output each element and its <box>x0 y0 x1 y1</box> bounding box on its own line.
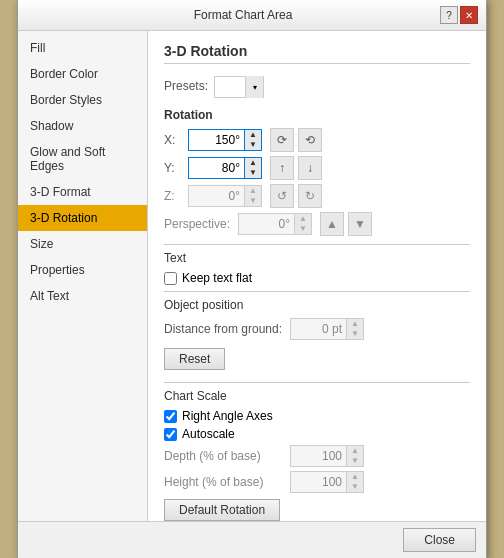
autoscale-label: Autoscale <box>182 427 235 441</box>
y-input[interactable] <box>189 159 244 177</box>
sidebar-item-border-color[interactable]: Border Color <box>18 61 147 87</box>
right-angle-label: Right Angle Axes <box>182 409 273 423</box>
sidebar-item-shadow[interactable]: Shadow <box>18 113 147 139</box>
depth-spinner-btns: ▲ ▼ <box>346 446 363 466</box>
close-title-button[interactable]: ✕ <box>460 6 478 24</box>
dialog-footer: Close <box>18 521 486 558</box>
x-input[interactable] <box>189 131 244 149</box>
perspective-down-btn: ▼ <box>295 224 311 234</box>
height-spinner-btns: ▲ ▼ <box>346 472 363 492</box>
z-spinner: ▲ ▼ <box>188 185 262 207</box>
help-button[interactable]: ? <box>440 6 458 24</box>
x-rotate-down-btn[interactable]: ⟲ <box>298 128 322 152</box>
height-spinner: ▲ ▼ <box>290 471 364 493</box>
presets-row: Presets: ▾ <box>164 76 470 98</box>
right-angle-checkbox[interactable] <box>164 410 177 423</box>
y-tilt-right-btn[interactable]: ↓ <box>298 156 322 180</box>
y-spinner[interactable]: ▲ ▼ <box>188 157 262 179</box>
sidebar-item-fill[interactable]: Fill <box>18 35 147 61</box>
close-button[interactable]: Close <box>403 528 476 552</box>
keep-text-flat-label: Keep text flat <box>182 271 252 285</box>
perspective-btn2[interactable]: ▼ <box>348 212 372 236</box>
sidebar-item-3d-rotation[interactable]: 3-D Rotation <box>18 205 147 231</box>
x-label: X: <box>164 133 184 147</box>
perspective-label: Perspective: <box>164 217 234 231</box>
distance-spinner: ▲ ▼ <box>290 318 364 340</box>
autoscale-row: Autoscale <box>164 427 470 441</box>
y-down-btn[interactable]: ▼ <box>245 168 261 178</box>
distance-down-btn: ▼ <box>347 329 363 339</box>
depth-label: Depth (% of base) <box>164 449 284 463</box>
height-input <box>291 473 346 491</box>
height-label: Height (% of base) <box>164 475 284 489</box>
keep-text-flat-checkbox[interactable] <box>164 272 177 285</box>
object-position-section: Object position Distance from ground: ▲ … <box>164 291 470 340</box>
height-down-btn: ▼ <box>347 482 363 492</box>
z-spinner-btns: ▲ ▼ <box>244 186 261 206</box>
chart-scale-label: Chart Scale <box>164 389 470 403</box>
x-up-btn[interactable]: ▲ <box>245 130 261 140</box>
distance-input <box>291 320 346 338</box>
z-label: Z: <box>164 189 184 203</box>
depth-spinner: ▲ ▼ <box>290 445 364 467</box>
z-input <box>189 187 244 205</box>
perspective-spinner: ▲ ▼ <box>238 213 312 235</box>
reset-button[interactable]: Reset <box>164 348 225 370</box>
y-tilt-left-btn[interactable]: ↑ <box>270 156 294 180</box>
y-label: Y: <box>164 161 184 175</box>
perspective-up-btn: ▲ <box>295 214 311 224</box>
section-title: 3-D Rotation <box>164 43 470 64</box>
object-position-label: Object position <box>164 298 470 312</box>
dialog-title: Format Chart Area <box>46 8 440 22</box>
sidebar-item-3d-format[interactable]: 3-D Format <box>18 179 147 205</box>
x-rotate-up-btn[interactable]: ⟳ <box>270 128 294 152</box>
keep-text-flat-row: Keep text flat <box>164 271 470 285</box>
title-bar: Format Chart Area ? ✕ <box>18 0 486 31</box>
autoscale-checkbox[interactable] <box>164 428 177 441</box>
distance-up-btn: ▲ <box>347 319 363 329</box>
sidebar-item-size[interactable]: Size <box>18 231 147 257</box>
x-spinner-btns: ▲ ▼ <box>244 130 261 150</box>
distance-row: Distance from ground: ▲ ▼ <box>164 318 470 340</box>
right-angle-row: Right Angle Axes <box>164 409 470 423</box>
y-spinner-btns: ▲ ▼ <box>244 158 261 178</box>
distance-spinner-btns: ▲ ▼ <box>346 319 363 339</box>
depth-down-btn: ▼ <box>347 456 363 466</box>
presets-label: Presets: <box>164 79 208 93</box>
main-content: 3-D Rotation Presets: ▾ Rotation X: ▲ ▼ <box>148 31 486 521</box>
perspective-input <box>239 215 294 233</box>
sidebar-item-properties[interactable]: Properties <box>18 257 147 283</box>
z-rotate-btn[interactable]: ↺ <box>270 184 294 208</box>
z-down-btn: ▼ <box>245 196 261 206</box>
title-bar-buttons: ? ✕ <box>440 6 478 24</box>
perspective-btn1[interactable]: ▲ <box>320 212 344 236</box>
z-rotate2-btn[interactable]: ↻ <box>298 184 322 208</box>
z-up-btn: ▲ <box>245 186 261 196</box>
y-up-btn[interactable]: ▲ <box>245 158 261 168</box>
height-up-btn: ▲ <box>347 472 363 482</box>
depth-up-btn: ▲ <box>347 446 363 456</box>
depth-input <box>291 447 346 465</box>
rotation-label: Rotation <box>164 108 470 122</box>
sidebar-item-glow-soft-edges[interactable]: Glow and Soft Edges <box>18 139 147 179</box>
text-section: Text Keep text flat <box>164 244 470 285</box>
chart-scale-section: Chart Scale Right Angle Axes Autoscale D… <box>164 382 470 521</box>
sidebar-item-border-styles[interactable]: Border Styles <box>18 87 147 113</box>
x-down-btn[interactable]: ▼ <box>245 140 261 150</box>
dialog-body: Fill Border Color Border Styles Shadow G… <box>18 31 486 521</box>
sidebar: Fill Border Color Border Styles Shadow G… <box>18 31 148 521</box>
distance-label: Distance from ground: <box>164 322 284 336</box>
sidebar-item-alt-text[interactable]: Alt Text <box>18 283 147 309</box>
text-section-label: Text <box>164 251 470 265</box>
presets-dropdown-btn[interactable]: ▾ <box>245 76 263 98</box>
format-chart-area-dialog: Format Chart Area ? ✕ Fill Border Color … <box>17 0 487 558</box>
presets-dropdown[interactable]: ▾ <box>214 76 264 98</box>
x-spinner[interactable]: ▲ ▼ <box>188 129 262 151</box>
perspective-spinner-btns: ▲ ▼ <box>294 214 311 234</box>
default-rotation-button[interactable]: Default Rotation <box>164 499 280 521</box>
